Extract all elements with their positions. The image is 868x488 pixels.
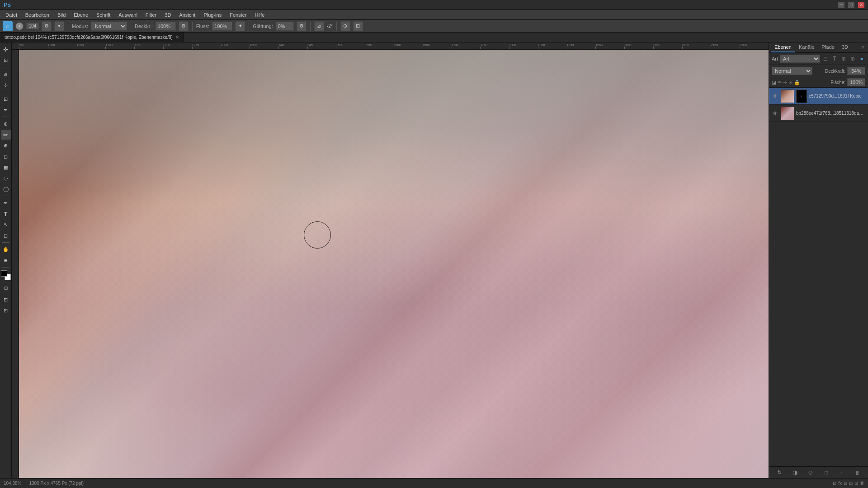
menu-bild[interactable]: Bild	[54, 11, 69, 19]
menu-ansicht[interactable]: Ansicht	[175, 11, 199, 19]
fill-input[interactable]	[847, 78, 865, 86]
lock-transparency-icon[interactable]: ◪	[772, 80, 776, 85]
menu-schrift[interactable]: Schrift	[93, 11, 114, 19]
tab-3d[interactable]: 3D	[838, 42, 852, 52]
filter-select[interactable]: Art	[780, 55, 820, 63]
layer-item[interactable]: 👁 bb288ee471f768...18511318da1aad	[769, 105, 868, 122]
filter-toggle[interactable]: ●	[858, 55, 865, 62]
lock-position-icon[interactable]: ✛	[783, 80, 787, 85]
filter-icon-2[interactable]: T	[831, 55, 838, 62]
artboard-tool-button[interactable]: ⊡	[1, 55, 11, 65]
deckkraft-input[interactable]	[156, 22, 176, 31]
pen-tool-button[interactable]: ✒	[1, 198, 11, 208]
layer-fx-button[interactable]: fx	[775, 468, 784, 477]
path-select-tool-button[interactable]: ↖	[1, 220, 11, 230]
glaettung-input[interactable]	[276, 22, 294, 31]
color-swatches[interactable]	[1, 270, 11, 280]
menu-bearbeiten[interactable]: Bearbeiten	[22, 11, 53, 19]
layer-visibility-toggle[interactable]: 👁	[772, 110, 779, 117]
type-tool-button[interactable]: T	[1, 209, 11, 219]
glaettung-settings-icon[interactable]: ⚙	[297, 21, 307, 31]
fluss-input[interactable]	[212, 22, 232, 31]
bottom-icon-4[interactable]: ⊡	[849, 481, 853, 486]
toolbar-separator-5	[2, 242, 9, 243]
hand-tool-button[interactable]: ✋	[1, 244, 11, 254]
filter-icon-1[interactable]: ⊡	[822, 55, 829, 62]
bottom-icon-6[interactable]: 🗑	[860, 481, 864, 486]
filter-icon-4[interactable]: ⊕	[849, 55, 856, 62]
home-button[interactable]: ⌂	[3, 21, 13, 31]
menu-datei[interactable]: Datei	[2, 11, 21, 19]
symmetry-icon[interactable]: ⊞	[353, 21, 363, 31]
lock-artboard-icon[interactable]: ⊡	[788, 80, 793, 85]
dodge-tool-button[interactable]: ◯	[1, 184, 11, 194]
menu-fenster[interactable]: Fenster	[226, 11, 250, 19]
document-tab[interactable]: tattoo.psdc bei 104% (c57129790dcfd266a6…	[0, 33, 184, 42]
quick-mask-button[interactable]: ⊡	[1, 283, 11, 293]
maximize-button[interactable]: □	[848, 2, 854, 8]
delete-layer-button[interactable]: 🗑	[853, 468, 862, 477]
brush-tool-button[interactable]: ✏	[1, 130, 11, 140]
crop-tool-button[interactable]: ⊡	[1, 94, 11, 104]
brush-preset-icon[interactable]: ▾	[54, 21, 64, 31]
angle-icon[interactable]: ⊿	[314, 21, 324, 31]
ruler-top: 9501000105011001150120012501300135014001…	[12, 42, 769, 50]
opacity-label: Deckkraft:	[825, 69, 845, 74]
minimize-button[interactable]: ─	[838, 2, 844, 8]
screen-mode-button[interactable]: ⊡	[1, 295, 11, 305]
layer-adjustment-button[interactable]: ◎	[806, 468, 815, 477]
tab-ebenen[interactable]: Ebenen	[771, 42, 795, 52]
eraser-tool-button[interactable]: ◻	[1, 151, 11, 161]
tab-pfade[interactable]: Pfade	[818, 42, 838, 52]
new-layer-button[interactable]: +	[837, 468, 846, 477]
menu-auswahl[interactable]: Auswahl	[115, 11, 141, 19]
ruler-mark: 1350	[250, 43, 257, 49]
lock-all-icon[interactable]: 🔒	[794, 80, 800, 85]
layer-mask-button[interactable]: ◑	[791, 468, 800, 477]
close-button[interactable]: ✕	[858, 2, 864, 8]
clone-tool-button[interactable]: ⊕	[1, 141, 11, 150]
brush-settings-icon[interactable]: ⚙	[42, 21, 52, 31]
layer-visibility-toggle[interactable]: 👁	[772, 93, 779, 100]
filter-label: Art	[772, 56, 778, 61]
lock-image-icon[interactable]: ✏	[778, 80, 782, 85]
tab-close-button[interactable]: ✕	[175, 35, 179, 40]
gradient-tool-button[interactable]: ▦	[1, 162, 11, 172]
blend-mode-select[interactable]: Normal	[772, 67, 812, 75]
menu-ebene[interactable]: Ebene	[70, 11, 92, 19]
magic-wand-tool-button[interactable]: ⊹	[1, 80, 11, 90]
pressure-icon[interactable]: ⊕	[340, 21, 350, 31]
extra-tools-button[interactable]: ⊡	[1, 305, 11, 315]
menu-plugins[interactable]: Plug-ins	[200, 11, 225, 19]
eyedropper-tool-button[interactable]: ✒	[1, 105, 11, 115]
zoom-tool-button[interactable]: ⊕	[1, 255, 11, 265]
menu-hilfe[interactable]: Hilfe	[251, 11, 268, 19]
heal-tool-button[interactable]: ⊕	[1, 119, 11, 129]
menu-3d[interactable]: 3D	[161, 11, 175, 19]
canvas-image	[19, 50, 769, 478]
layer-group-button[interactable]: □	[822, 468, 831, 477]
ruler-mark: 2000	[624, 43, 632, 49]
bottom-icon-2[interactable]: fx	[838, 481, 842, 486]
bottom-icon-5[interactable]: ⊡	[854, 481, 858, 486]
canvas-with-ruler	[12, 50, 769, 478]
deckkraft-icon[interactable]: ⚙	[179, 21, 189, 31]
menu-filter[interactable]: Filter	[142, 11, 160, 19]
brush-size-display[interactable]: 104	[26, 23, 39, 29]
modus-select[interactable]: Normal	[91, 22, 127, 31]
panel-collapse-button[interactable]: ≡	[860, 42, 866, 52]
layer-item[interactable]: 👁 ▪ c57129790d...1691f Kopie	[769, 88, 868, 105]
bottom-icon-3[interactable]: ⊡	[844, 481, 847, 486]
blur-tool-button[interactable]: ◌	[1, 173, 11, 183]
opacity-input[interactable]	[847, 67, 865, 75]
title-bar-controls[interactable]: ─ □ ✕	[838, 2, 864, 8]
move-tool-button[interactable]: ✛	[1, 44, 11, 54]
filter-icon-3[interactable]: ⊕	[840, 55, 847, 62]
canvas-viewport[interactable]	[19, 50, 769, 478]
airbrush-icon[interactable]: ✦	[235, 21, 245, 31]
fill-row: ◪ ✏ ✛ ⊡ 🔒 Fläche:	[769, 77, 868, 88]
lasso-tool-button[interactable]: ⌀	[1, 69, 11, 79]
tab-kanaele[interactable]: Kanäle	[795, 42, 818, 52]
shape-tool-button[interactable]: ◻	[1, 230, 11, 240]
bottom-icon-1[interactable]: ⊡	[833, 481, 836, 486]
